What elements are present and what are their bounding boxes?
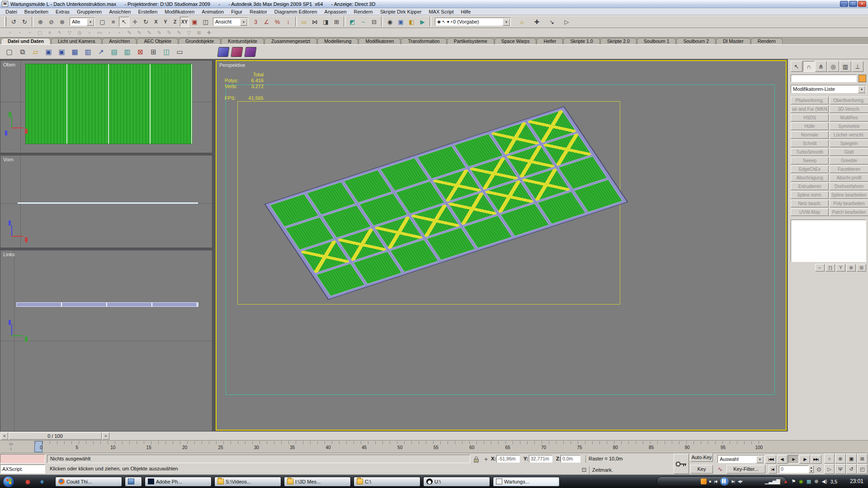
taskbar-clock[interactable]: 23:01 xyxy=(850,476,863,487)
undo-icon[interactable]: ↺ xyxy=(9,17,19,27)
menu-item[interactable]: Erstellen xyxy=(134,8,161,15)
pick-arrow-icon[interactable]: ↘ xyxy=(547,17,557,27)
task-folder-videos[interactable]: S:\Videos... xyxy=(214,477,281,487)
open-file-icon[interactable]: ▱ xyxy=(30,46,41,57)
scene-tool-icon[interactable]: ▷ xyxy=(561,17,572,27)
object-name-field[interactable] xyxy=(791,75,857,82)
custom-script-pen-icon[interactable]: ✎ xyxy=(175,29,183,36)
modifier-button[interactable]: Abschrägung xyxy=(791,174,829,182)
make-unique-icon[interactable]: Y xyxy=(836,264,845,272)
modifier-button[interactable]: Netz bearb. xyxy=(791,200,829,207)
auto-key-button[interactable]: Auto-Key xyxy=(690,453,713,462)
rectangular-selection-region-icon[interactable]: ▢ xyxy=(97,17,108,27)
task-window[interactable] xyxy=(125,477,142,487)
close-button[interactable]: × xyxy=(858,1,866,7)
redo-icon[interactable]: ↻ xyxy=(19,17,30,27)
absolute-offset-toggle-icon[interactable]: ✛ xyxy=(482,455,490,463)
shelf-tab[interactable]: Space Warps xyxy=(495,38,537,44)
custom-tool-icon[interactable]: ◎ xyxy=(76,29,83,36)
modifier-button[interactable]: Patch bearbeiten xyxy=(830,208,868,216)
toolbar-grip[interactable] xyxy=(5,17,6,27)
modifier-button[interactable]: Hülle xyxy=(791,122,829,130)
keyboard-shortcut-override-icon[interactable] xyxy=(674,454,689,474)
graphite-icon[interactable]: ◩ xyxy=(347,17,358,27)
shelf-tab[interactable]: Skripte 1.0 xyxy=(563,38,599,44)
next-frame-button[interactable]: > xyxy=(102,432,109,440)
menu-item[interactable]: Hilfe xyxy=(457,8,474,15)
modifier-button[interactable]: Poly bearbeiten xyxy=(830,200,868,207)
modifier-button[interactable]: EdgeChEx xyxy=(791,165,829,173)
menu-item[interactable]: Animation xyxy=(198,8,227,15)
custom-tool-icon[interactable]: ▭ xyxy=(96,29,103,36)
selection-lock-icon[interactable] xyxy=(473,456,479,463)
toolbar-separator[interactable] xyxy=(32,17,33,27)
shelf-tab[interactable]: Soulbourn 2 xyxy=(676,38,716,44)
menu-item[interactable]: Extras xyxy=(52,8,73,15)
maxscript-mini-listener[interactable]: AXScript. xyxy=(0,465,45,474)
viewport-front[interactable]: Vorn z x xyxy=(0,155,212,248)
viewport-perspective-label[interactable]: Perspektive xyxy=(219,62,245,68)
light-icon[interactable]: ☼ xyxy=(517,17,527,27)
save-file-icon[interactable]: ▣ xyxy=(43,46,54,57)
measure-distance-icon[interactable]: ▭ xyxy=(299,17,309,27)
align-icon[interactable]: ◨ xyxy=(321,17,331,27)
custom-tool-icon[interactable]: ▢ xyxy=(36,29,43,36)
shelf-tab[interactable]: Modifikatoren xyxy=(359,38,401,44)
volume-tray-icon[interactable]: ◀) xyxy=(822,476,827,487)
add-time-tag[interactable]: Zeitmark. hinzuf. xyxy=(589,466,630,474)
select-and-link-icon[interactable]: ⊕ xyxy=(35,17,46,27)
axis-xy-button[interactable]: XY xyxy=(180,17,189,27)
modifier-button[interactable]: Normale xyxy=(791,131,829,139)
menu-item[interactable]: Figur xyxy=(227,8,246,15)
help-book-question-icon[interactable] xyxy=(231,47,243,57)
quick-render-icon[interactable]: ▶ xyxy=(417,17,428,27)
modifier-button[interactable]: MultiRes xyxy=(830,114,868,122)
shelf-tab[interactable]: Licht und Kamera xyxy=(51,38,102,44)
display-monitor-icon[interactable]: ▥ xyxy=(122,46,133,57)
modifier-button[interactable]: Greeble xyxy=(830,157,868,164)
custom-script-pen-icon[interactable]: ✎ xyxy=(165,29,173,36)
pan-icon[interactable]: Ψ xyxy=(835,464,845,474)
modifier-stack[interactable] xyxy=(791,220,866,262)
modifier-button[interactable]: HSDS xyxy=(791,114,829,122)
task-3dsmax[interactable]: Wartungs... xyxy=(493,477,560,487)
rendered-frame-window-icon[interactable]: ◧ xyxy=(406,17,417,27)
modifier-button[interactable]: Schnitt xyxy=(791,140,829,147)
next-track-icon[interactable]: ▶| xyxy=(732,479,735,483)
menu-item[interactable]: Bearbeiten xyxy=(21,8,52,15)
task-folder-u[interactable]: U:\ xyxy=(423,477,490,487)
connect-icon[interactable]: ⊠ xyxy=(135,46,146,57)
video-capture-icon[interactable]: ▤ xyxy=(108,46,120,57)
duplicate-file-icon[interactable]: ⧉ xyxy=(17,46,28,57)
shelf-tab[interactable]: Soulbourn 1 xyxy=(637,38,676,44)
custom-tool-icon[interactable]: ▫ xyxy=(106,29,113,36)
mirror-window-icon[interactable]: ◫ xyxy=(200,17,211,27)
stop-icon[interactable]: ■ xyxy=(709,479,711,483)
shelf-tab[interactable]: Transformation xyxy=(401,38,446,44)
key-filter-button[interactable]: Key-Filter... xyxy=(726,465,765,474)
previous-key-button[interactable]: |◀| xyxy=(769,465,777,474)
layer-manager-icon[interactable]: ⊞ xyxy=(331,17,342,27)
ie-quick-icon[interactable]: e xyxy=(38,478,46,486)
media-player-icon[interactable] xyxy=(701,479,707,484)
modifier-button[interactable]: 3D-Versch. xyxy=(830,105,868,113)
viewport-front-label[interactable]: Vorn xyxy=(3,157,14,162)
task-firefox[interactable]: Could Thi... xyxy=(55,477,122,487)
modifier-button[interactable]: Pfadverformg. xyxy=(791,97,829,104)
toolbar-separator[interactable] xyxy=(381,17,383,27)
snap-3d-icon[interactable]: 3 xyxy=(250,17,261,27)
flag-tray-icon[interactable]: ⚑ xyxy=(791,476,796,487)
media-quick-icon[interactable]: ◉ xyxy=(24,478,32,486)
select-and-manipulate-icon[interactable]: ▣ xyxy=(189,17,200,27)
shelf-tab[interactable]: Modellierung xyxy=(317,38,358,44)
modifier-button[interactable]: Drehverfahren xyxy=(830,183,868,190)
pin-stack-icon[interactable]: ⌐ xyxy=(815,264,825,272)
orbit-icon[interactable]: ↺ xyxy=(846,464,857,474)
task-folder-3dmes[interactable]: I:\3D Mes... xyxy=(284,477,351,487)
macro-recorder-field[interactable] xyxy=(0,454,45,464)
shelf-tab[interactable]: Grundobjekte xyxy=(179,38,221,44)
task-folder-c[interactable]: C:\ xyxy=(354,477,420,487)
reference-coordinate-dropdown[interactable]: Ansicht xyxy=(213,18,248,26)
menu-item[interactable]: Anpassen xyxy=(321,8,350,15)
custom-script-pen-icon[interactable]: ✎ xyxy=(126,29,133,36)
